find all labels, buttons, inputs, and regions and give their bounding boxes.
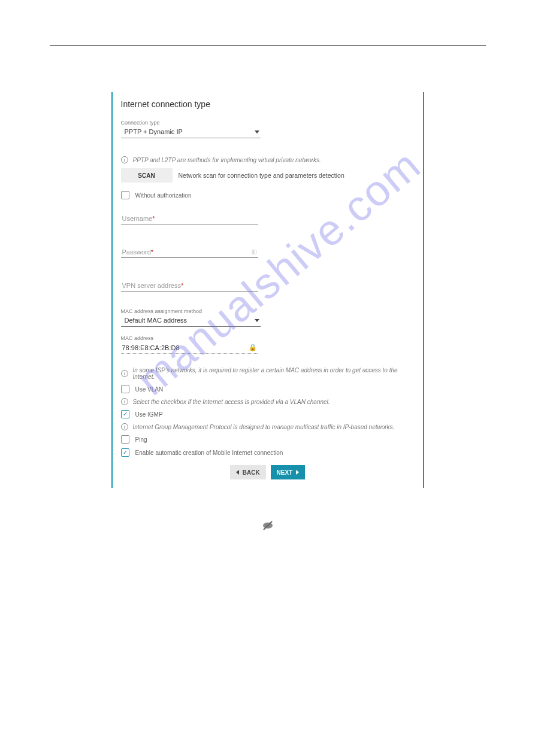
internet-connection-panel: Internet connection type Connection type… [111,92,424,488]
username-input[interactable]: Username* [121,208,258,224]
mac-method-select[interactable]: Default MAC address [121,315,261,327]
mac-address-field: 78:98:E8:CA:2B:D8 🔒 [121,342,258,354]
info-icon: i [121,398,128,405]
info-mac-text: In some ISP's networks, it is required t… [133,367,415,380]
panel-title: Internet connection type [121,99,415,109]
back-button[interactable]: BACK [230,465,266,479]
use-vlan-checkbox[interactable]: Use VLAN [121,385,415,393]
scan-description: Network scan for connection type and par… [179,172,344,179]
ping-checkbox[interactable]: Ping [121,435,415,444]
chevron-down-icon [255,319,259,322]
next-label: NEXT [277,469,293,476]
auto-mobile-checkbox[interactable]: ✓ Enable automatic creation of Mobile In… [121,448,415,457]
checkbox-checked-icon: ✓ [121,410,129,418]
info-vpn-text: PPTP and L2TP are methods for implementi… [133,157,321,163]
without-authorization-label: Without authorization [135,192,192,199]
horizontal-rule [50,45,486,45]
without-authorization-checkbox[interactable]: Without authorization [121,191,415,199]
info-vlan-text: Select the checkbox if the Internet acce… [133,399,330,405]
mac-method-label: MAC address assignment method [121,308,415,314]
password-placeholder: Password* [122,248,154,256]
chevron-down-icon [255,130,259,133]
chevron-right-icon [296,470,299,475]
eye-off-icon[interactable]: 👁̸ [252,248,256,256]
chevron-left-icon [236,470,239,475]
username-placeholder: Username* [122,215,155,222]
mac-method-value: Default MAC address [125,317,188,324]
connection-type-value: PPTP + Dynamic IP [125,128,183,135]
vpn-server-input[interactable]: VPN server address* [121,275,258,292]
eye-off-icon [263,521,273,530]
connection-type-select[interactable]: PPTP + Dynamic IP [121,127,261,138]
use-vlan-label: Use VLAN [135,386,164,393]
mac-address-label: MAC address [121,335,415,341]
next-button[interactable]: NEXT [271,465,306,479]
scan-button[interactable]: SCAN [121,168,173,183]
mac-address-value: 78:98:E8:CA:2B:D8 [122,344,180,351]
vpn-server-placeholder: VPN server address* [122,282,184,289]
use-igmp-checkbox[interactable]: ✓ Use IGMP [121,410,415,418]
password-input[interactable]: Password* 👁̸ [121,241,258,258]
info-igmp-text: Internet Group Management Protocol is de… [133,424,395,430]
back-label: BACK [243,469,260,476]
auto-mobile-label: Enable automatic creation of Mobile Inte… [135,450,283,456]
info-icon: i [121,423,128,430]
info-icon: i [121,156,128,163]
ping-label: Ping [135,436,147,443]
connection-type-label: Connection type [121,120,415,126]
checkbox-icon [121,191,129,199]
info-icon: i [121,370,128,377]
checkbox-icon [121,435,129,444]
use-igmp-label: Use IGMP [135,411,163,418]
lock-icon: 🔒 [249,344,257,351]
checkbox-checked-icon: ✓ [121,448,129,457]
checkbox-icon [121,385,129,393]
